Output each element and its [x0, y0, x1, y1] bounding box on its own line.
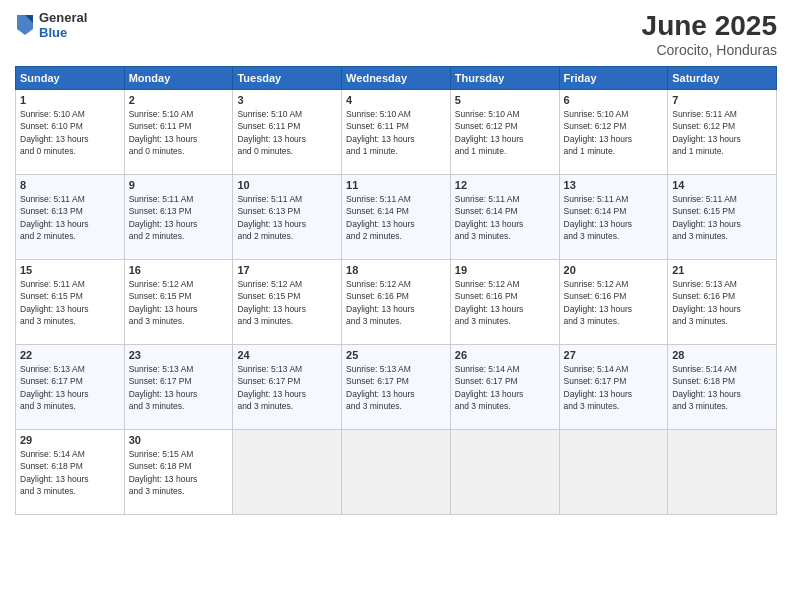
calendar-cell: 21Sunrise: 5:13 AM Sunset: 6:16 PM Dayli…	[668, 260, 777, 345]
calendar-cell	[233, 430, 342, 515]
month-title: June 2025	[642, 10, 777, 42]
calendar-cell: 14Sunrise: 5:11 AM Sunset: 6:15 PM Dayli…	[668, 175, 777, 260]
day-info: Sunrise: 5:11 AM Sunset: 6:12 PM Dayligh…	[672, 108, 772, 157]
col-friday: Friday	[559, 67, 668, 90]
day-number: 27	[564, 349, 664, 361]
calendar-cell: 18Sunrise: 5:12 AM Sunset: 6:16 PM Dayli…	[342, 260, 451, 345]
day-info: Sunrise: 5:11 AM Sunset: 6:13 PM Dayligh…	[237, 193, 337, 242]
calendar-cell: 3Sunrise: 5:10 AM Sunset: 6:11 PM Daylig…	[233, 90, 342, 175]
day-number: 16	[129, 264, 229, 276]
calendar-container: General Blue June 2025 Corocito, Hondura…	[0, 0, 792, 612]
day-number: 17	[237, 264, 337, 276]
day-info: Sunrise: 5:12 AM Sunset: 6:16 PM Dayligh…	[564, 278, 664, 327]
day-info: Sunrise: 5:11 AM Sunset: 6:13 PM Dayligh…	[20, 193, 120, 242]
location-text: Corocito, Honduras	[642, 42, 777, 58]
day-number: 14	[672, 179, 772, 191]
calendar-cell: 13Sunrise: 5:11 AM Sunset: 6:14 PM Dayli…	[559, 175, 668, 260]
day-number: 10	[237, 179, 337, 191]
calendar-cell: 6Sunrise: 5:10 AM Sunset: 6:12 PM Daylig…	[559, 90, 668, 175]
day-info: Sunrise: 5:13 AM Sunset: 6:17 PM Dayligh…	[20, 363, 120, 412]
day-number: 25	[346, 349, 446, 361]
day-info: Sunrise: 5:13 AM Sunset: 6:16 PM Dayligh…	[672, 278, 772, 327]
day-info: Sunrise: 5:13 AM Sunset: 6:17 PM Dayligh…	[129, 363, 229, 412]
day-number: 3	[237, 94, 337, 106]
calendar-cell: 11Sunrise: 5:11 AM Sunset: 6:14 PM Dayli…	[342, 175, 451, 260]
calendar-cell: 2Sunrise: 5:10 AM Sunset: 6:11 PM Daylig…	[124, 90, 233, 175]
day-number: 24	[237, 349, 337, 361]
calendar-cell: 19Sunrise: 5:12 AM Sunset: 6:16 PM Dayli…	[450, 260, 559, 345]
day-number: 26	[455, 349, 555, 361]
logo-text: General Blue	[39, 10, 87, 40]
calendar-cell	[342, 430, 451, 515]
day-number: 4	[346, 94, 446, 106]
calendar-cell: 5Sunrise: 5:10 AM Sunset: 6:12 PM Daylig…	[450, 90, 559, 175]
calendar-cell	[668, 430, 777, 515]
logo-general-text: General	[39, 10, 87, 25]
day-number: 18	[346, 264, 446, 276]
col-saturday: Saturday	[668, 67, 777, 90]
calendar-cell: 28Sunrise: 5:14 AM Sunset: 6:18 PM Dayli…	[668, 345, 777, 430]
day-info: Sunrise: 5:10 AM Sunset: 6:11 PM Dayligh…	[129, 108, 229, 157]
logo-icon	[15, 13, 35, 37]
day-number: 13	[564, 179, 664, 191]
calendar-cell: 7Sunrise: 5:11 AM Sunset: 6:12 PM Daylig…	[668, 90, 777, 175]
col-thursday: Thursday	[450, 67, 559, 90]
day-number: 11	[346, 179, 446, 191]
day-number: 20	[564, 264, 664, 276]
col-tuesday: Tuesday	[233, 67, 342, 90]
day-info: Sunrise: 5:12 AM Sunset: 6:16 PM Dayligh…	[455, 278, 555, 327]
calendar-cell: 27Sunrise: 5:14 AM Sunset: 6:17 PM Dayli…	[559, 345, 668, 430]
day-number: 28	[672, 349, 772, 361]
calendar-cell: 26Sunrise: 5:14 AM Sunset: 6:17 PM Dayli…	[450, 345, 559, 430]
calendar-cell: 4Sunrise: 5:10 AM Sunset: 6:11 PM Daylig…	[342, 90, 451, 175]
day-number: 1	[20, 94, 120, 106]
day-number: 29	[20, 434, 120, 446]
day-info: Sunrise: 5:11 AM Sunset: 6:13 PM Dayligh…	[129, 193, 229, 242]
day-info: Sunrise: 5:11 AM Sunset: 6:15 PM Dayligh…	[672, 193, 772, 242]
calendar-table: Sunday Monday Tuesday Wednesday Thursday…	[15, 66, 777, 515]
day-info: Sunrise: 5:15 AM Sunset: 6:18 PM Dayligh…	[129, 448, 229, 497]
calendar-cell: 1Sunrise: 5:10 AM Sunset: 6:10 PM Daylig…	[16, 90, 125, 175]
day-number: 8	[20, 179, 120, 191]
day-info: Sunrise: 5:10 AM Sunset: 6:12 PM Dayligh…	[455, 108, 555, 157]
day-number: 12	[455, 179, 555, 191]
calendar-cell: 16Sunrise: 5:12 AM Sunset: 6:15 PM Dayli…	[124, 260, 233, 345]
calendar-header-row: Sunday Monday Tuesday Wednesday Thursday…	[16, 67, 777, 90]
day-number: 30	[129, 434, 229, 446]
day-info: Sunrise: 5:11 AM Sunset: 6:15 PM Dayligh…	[20, 278, 120, 327]
day-info: Sunrise: 5:12 AM Sunset: 6:16 PM Dayligh…	[346, 278, 446, 327]
header: General Blue June 2025 Corocito, Hondura…	[15, 10, 777, 58]
calendar-cell	[559, 430, 668, 515]
day-info: Sunrise: 5:13 AM Sunset: 6:17 PM Dayligh…	[237, 363, 337, 412]
day-number: 5	[455, 94, 555, 106]
day-info: Sunrise: 5:13 AM Sunset: 6:17 PM Dayligh…	[346, 363, 446, 412]
title-area: June 2025 Corocito, Honduras	[642, 10, 777, 58]
day-info: Sunrise: 5:12 AM Sunset: 6:15 PM Dayligh…	[129, 278, 229, 327]
calendar-cell	[450, 430, 559, 515]
day-info: Sunrise: 5:11 AM Sunset: 6:14 PM Dayligh…	[455, 193, 555, 242]
day-info: Sunrise: 5:10 AM Sunset: 6:12 PM Dayligh…	[564, 108, 664, 157]
day-number: 22	[20, 349, 120, 361]
day-info: Sunrise: 5:14 AM Sunset: 6:18 PM Dayligh…	[20, 448, 120, 497]
calendar-cell: 20Sunrise: 5:12 AM Sunset: 6:16 PM Dayli…	[559, 260, 668, 345]
day-number: 21	[672, 264, 772, 276]
day-number: 19	[455, 264, 555, 276]
calendar-cell: 8Sunrise: 5:11 AM Sunset: 6:13 PM Daylig…	[16, 175, 125, 260]
col-sunday: Sunday	[16, 67, 125, 90]
calendar-cell: 25Sunrise: 5:13 AM Sunset: 6:17 PM Dayli…	[342, 345, 451, 430]
day-number: 7	[672, 94, 772, 106]
day-info: Sunrise: 5:14 AM Sunset: 6:17 PM Dayligh…	[455, 363, 555, 412]
col-wednesday: Wednesday	[342, 67, 451, 90]
day-number: 23	[129, 349, 229, 361]
day-info: Sunrise: 5:12 AM Sunset: 6:15 PM Dayligh…	[237, 278, 337, 327]
day-info: Sunrise: 5:14 AM Sunset: 6:18 PM Dayligh…	[672, 363, 772, 412]
day-info: Sunrise: 5:11 AM Sunset: 6:14 PM Dayligh…	[564, 193, 664, 242]
calendar-cell: 29Sunrise: 5:14 AM Sunset: 6:18 PM Dayli…	[16, 430, 125, 515]
calendar-cell: 10Sunrise: 5:11 AM Sunset: 6:13 PM Dayli…	[233, 175, 342, 260]
day-number: 2	[129, 94, 229, 106]
calendar-cell: 24Sunrise: 5:13 AM Sunset: 6:17 PM Dayli…	[233, 345, 342, 430]
calendar-cell: 22Sunrise: 5:13 AM Sunset: 6:17 PM Dayli…	[16, 345, 125, 430]
calendar-cell: 30Sunrise: 5:15 AM Sunset: 6:18 PM Dayli…	[124, 430, 233, 515]
day-info: Sunrise: 5:11 AM Sunset: 6:14 PM Dayligh…	[346, 193, 446, 242]
calendar-cell: 9Sunrise: 5:11 AM Sunset: 6:13 PM Daylig…	[124, 175, 233, 260]
